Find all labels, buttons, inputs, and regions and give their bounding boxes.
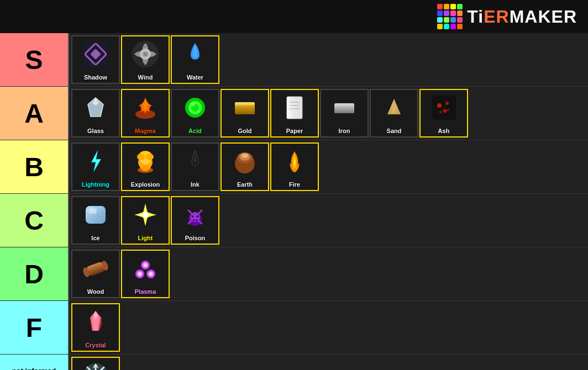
tier-item-shadow[interactable]: Shadow [71, 35, 120, 84]
svg-point-13 [191, 102, 195, 107]
tier-row-F: F Crystal [0, 301, 588, 355]
poison-icon [181, 197, 209, 232]
tier-item-light[interactable]: Light [121, 196, 170, 245]
item-label-ash: Ash [421, 126, 467, 136]
item-label-poison: Poison [172, 234, 218, 244]
magma-icon [131, 90, 160, 125]
fire-icon [280, 144, 309, 179]
tier-rows: S Shadow Wind WaterA Glass [0, 33, 588, 370]
earth-icon [230, 144, 259, 179]
iron-icon [330, 90, 359, 125]
tier-item-gold[interactable]: Gold [221, 89, 269, 138]
tier-label-C: C [0, 194, 69, 247]
tier-label-A: A [0, 87, 69, 140]
tier-item-magma[interactable]: Magma [121, 89, 170, 138]
item-label-magma: Magma [122, 126, 169, 136]
tier-items-S: Shadow Wind Water [69, 33, 588, 86]
tier-row-B: B Lightning Explosion Ink Earth [0, 140, 588, 194]
svg-rect-24 [432, 96, 456, 120]
item-label-water: Water [172, 73, 218, 83]
lightning-icon [81, 144, 110, 179]
tier-item-sand[interactable]: Sand [370, 89, 418, 138]
item-label-explosion: Explosion [122, 180, 169, 190]
item-label-glass: Glass [72, 126, 119, 136]
item-label-wind: Wind [122, 73, 169, 83]
item-label-gold: Gold [222, 126, 268, 136]
water-icon [181, 36, 209, 72]
tier-item-explosion[interactable]: Explosion [121, 142, 170, 191]
tier-item-ash[interactable]: Ash [419, 89, 468, 138]
svg-rect-37 [143, 166, 148, 171]
tier-row-NI: not informed enough to make a decision S… [0, 355, 588, 370]
svg-point-6 [143, 52, 148, 56]
paper-icon [280, 90, 309, 125]
tier-row-A: A Glass Magma Acid Gold [0, 87, 588, 140]
ink-icon [181, 144, 209, 179]
svg-rect-16 [235, 102, 255, 105]
tier-item-glass[interactable]: Glass [71, 89, 120, 138]
svg-point-39 [137, 154, 145, 160]
plasma-icon [131, 251, 160, 286]
item-label-crystal: Crystal [72, 341, 119, 351]
svg-point-50 [143, 212, 148, 218]
ash-icon [429, 90, 458, 125]
tier-item-iron[interactable]: Iron [320, 89, 369, 138]
tier-items-C: Ice Light Poison [69, 194, 588, 247]
tier-item-ink[interactable]: Ink [171, 142, 219, 191]
svg-point-40 [146, 154, 154, 160]
tier-items-D: Wood Plasma [69, 247, 588, 300]
item-label-light: Light [122, 234, 169, 244]
tier-label-NI: not informed enough to make a decision [0, 355, 69, 370]
item-label-acid: Acid [172, 126, 218, 136]
tier-label-F: F [0, 301, 69, 354]
svg-point-44 [242, 154, 248, 158]
gold-icon [230, 90, 259, 125]
tier-item-poison[interactable]: Poison [171, 196, 219, 245]
svg-rect-18 [287, 97, 302, 119]
tier-item-acid[interactable]: Acid [171, 89, 219, 138]
svg-rect-23 [334, 103, 354, 113]
tier-item-paper[interactable]: Paper [270, 89, 319, 138]
glass-icon [81, 90, 110, 125]
tiermaker-logo: TiERMAKER [437, 4, 577, 29]
svg-rect-47 [89, 208, 97, 214]
tier-item-wood[interactable]: Wood [71, 250, 120, 298]
item-label-sand: Sand [371, 126, 417, 136]
svg-point-71 [149, 272, 153, 276]
tier-row-S: S Shadow Wind Water [0, 33, 588, 87]
acid-icon [181, 90, 209, 125]
tier-item-ice[interactable]: Ice [71, 196, 120, 245]
svg-point-26 [445, 102, 449, 105]
svg-point-25 [437, 103, 442, 108]
svg-point-27 [443, 109, 447, 113]
svg-point-69 [144, 263, 147, 267]
item-label-shadow: Shadow [72, 73, 119, 83]
item-label-lightning: Lightning [72, 180, 119, 190]
tier-label-B: B [0, 140, 69, 193]
tier-label-D: D [0, 247, 69, 300]
item-label-ice: Ice [72, 234, 119, 244]
tier-item-lightning[interactable]: Lightning [71, 142, 120, 191]
svg-point-28 [439, 111, 442, 114]
tier-item-water[interactable]: Water [171, 35, 219, 84]
tier-row-C: C Ice Light Poi [0, 194, 588, 247]
item-label-ink: Ink [172, 180, 218, 190]
tier-item-wind[interactable]: Wind [121, 35, 170, 84]
tier-item-fire[interactable]: Fire [270, 142, 319, 191]
item-label-earth: Earth [222, 180, 268, 190]
tier-item-snow[interactable]: Snow [71, 357, 120, 370]
tier-items-A: Glass Magma Acid Gold [69, 87, 588, 140]
tier-item-plasma[interactable]: Plasma [121, 250, 170, 298]
wind-icon [131, 36, 160, 72]
tier-items-B: Lightning Explosion Ink Earth Fire [69, 140, 588, 193]
sand-icon [380, 90, 408, 125]
tier-items-F: Crystal [69, 301, 588, 354]
explosion-icon [131, 144, 160, 179]
item-label-plasma: Plasma [122, 287, 169, 297]
item-label-wood: Wood [72, 287, 119, 297]
light-icon [131, 197, 160, 232]
tier-item-earth[interactable]: Earth [221, 142, 269, 191]
shadow-icon [81, 36, 110, 72]
logo-grid [437, 4, 463, 29]
tier-item-crystal[interactable]: Crystal [71, 303, 120, 352]
